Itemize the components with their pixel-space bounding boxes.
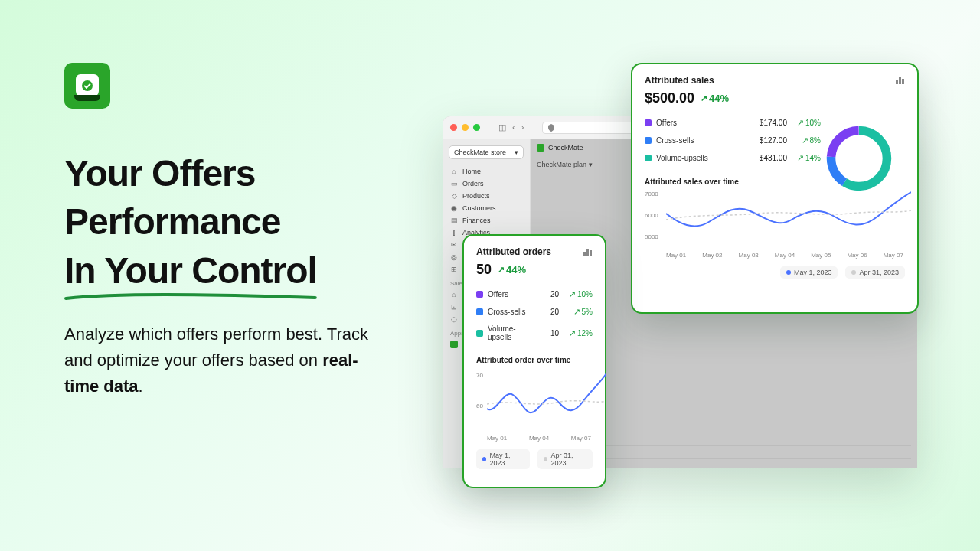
plan-selector[interactable]: CheckMate plan ▾ [537,161,593,168]
y-tick: 7000 [645,191,658,197]
sidebar-item-label: Customers [462,204,496,212]
nav-icon: ◉ [450,204,458,212]
tag-icon: ⊡ [450,303,458,311]
breadcrumb-label: CheckMate [548,144,583,152]
metric-delta: ↗10% [787,118,821,128]
sales-total: $500.00 [645,90,694,106]
store-name: CheckMate store [454,148,506,156]
bar-chart-icon[interactable] [583,248,593,256]
legend-item[interactable]: May 1, 2023 [476,449,530,469]
sidebar-toggle-icon[interactable]: ◫ [498,122,506,132]
metric-name: Cross-sells [488,308,534,316]
metric-delta: ↗10% [559,289,593,299]
nav-icon: ⫿ [450,229,458,236]
legend-item[interactable]: May 1, 2023 [780,266,838,279]
nav-icon: ⌂ [450,168,458,175]
metric-name: Volume-upsells [656,154,740,162]
store-icon: ⌂ [450,291,458,298]
metric-row: Offers20↗10% [476,285,593,303]
card-title: Attributed sales [645,75,714,86]
nav-back-icon[interactable]: ‹ [512,122,515,132]
store-switcher[interactable]: CheckMate store ▾ [449,145,524,159]
metric-row: Cross-sells20↗5% [476,303,593,321]
y-tick: 60 [476,403,483,409]
headline-line-1: Your Offers [64,149,317,197]
metric-row: Cross-sells$127.00↗8% [645,132,821,149]
sales-delta: ↗44% [701,93,729,104]
metric-value: 20 [534,308,559,316]
window-minimize-icon[interactable] [462,124,469,131]
attributed-sales-card: Attributed sales $500.00 ↗44% Offers$174… [631,63,919,314]
grid-icon: ⊞ [450,266,458,273]
app-badge-icon [537,144,544,152]
chart-legend: May 1, 2023 Apr 31, 2023 [645,266,905,279]
headline-line-2: Performance [64,197,317,246]
x-tick: May 07 [884,252,903,259]
orders-total: 50 [476,262,492,278]
headline-line-3: In Your Control [64,250,317,291]
sidebar-item-home[interactable]: ⌂Home [443,165,530,178]
metric-name: Volume-upsells [488,324,534,341]
y-tick: 70 [476,372,483,379]
app-icon [450,341,458,348]
y-tick: 5000 [645,233,658,240]
legend-item[interactable]: Apr 31, 2023 [537,449,593,469]
window-close-icon[interactable] [450,124,457,131]
color-swatch [645,155,652,161]
trend-up-icon: ↗ [569,328,576,338]
metric-value: 10 [534,329,559,337]
nav-icon: ✉ [450,241,458,249]
metric-delta: ↗14% [787,153,821,163]
subheading: Analyze which offers perform best. Track… [64,321,386,399]
x-tick: May 04 [529,435,549,442]
trend-up-icon: ↗ [701,93,707,103]
sidebar-item-finances[interactable]: ▤Finances [443,214,530,227]
metric-value: 20 [534,290,559,298]
metric-delta: ↗5% [559,307,593,317]
chevron-down-icon: ▾ [589,161,593,168]
metric-name: Cross-sells [656,136,740,145]
orders-chart: 70 60 May 01 May 04 May 07 [476,369,593,442]
sidebar-item-label: Orders [462,180,484,187]
metric-row: Volume-upsells10↗12% [476,321,593,345]
sidebar-item-orders[interactable]: ▭Orders [443,178,530,190]
x-tick: May 04 [775,252,795,259]
metric-name: Offers [656,119,740,127]
trend-up-icon: ↗ [802,135,808,145]
trend-up-icon: ↗ [573,307,580,317]
color-swatch [645,119,652,126]
nav-icon: ▤ [450,217,458,224]
nav-forward-icon[interactable]: › [521,122,524,132]
metric-value: $174.00 [740,119,787,127]
app-logo [64,63,110,109]
card-title: Attributed orders [476,246,551,257]
y-tick: 6000 [645,212,658,219]
trend-up-icon: ↗ [569,289,576,299]
sales-donut-chart [822,122,896,195]
sidebar-item-label: Finances [462,217,491,224]
plan-label: CheckMate plan [537,161,586,168]
metric-value: $431.00 [740,154,787,162]
window-maximize-icon[interactable] [473,124,480,131]
metric-value: $127.00 [740,136,787,145]
sidebar-item-products[interactable]: ◇Products [443,190,530,202]
underline-icon [64,292,317,302]
color-swatch [645,137,652,144]
x-tick: May 01 [666,252,686,259]
legend-item[interactable]: Apr 31, 2023 [845,266,905,279]
subheading-tail: . [139,377,143,396]
sidebar-item-label: Products [462,192,490,200]
trend-up-icon: ↗ [797,153,804,163]
bar-chart-icon[interactable] [896,77,905,84]
circle-icon: ◌ [450,315,458,323]
trend-up-icon: ↗ [797,118,804,128]
target-icon: ◎ [450,253,458,261]
sidebar-item-customers[interactable]: ◉Customers [443,202,530,214]
orders-delta: ↗44% [498,264,526,276]
nav-icon: ◇ [450,192,458,200]
sidebar-item-label: Home [462,168,481,175]
x-tick: May 01 [487,435,507,442]
shield-icon [547,124,555,132]
x-tick: May 06 [847,252,867,259]
sales-chart: 7000 6000 5000 May 01 May 02 May 03 May … [645,191,905,259]
